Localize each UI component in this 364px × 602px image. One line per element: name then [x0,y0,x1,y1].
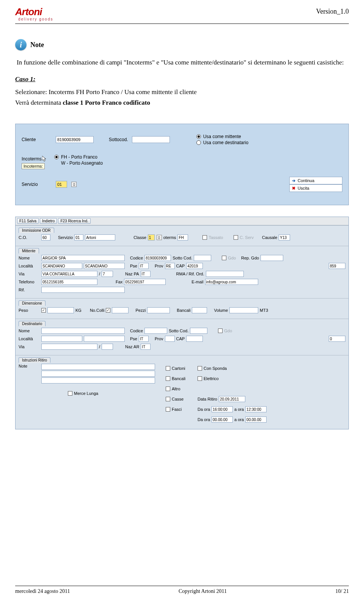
servizio-desc: Artoni [85,234,115,240]
dim-bancali-input[interactable] [192,307,207,313]
mit-nazpa-input[interactable]: IT [141,271,151,277]
toolbar-back-button[interactable]: Indietro [40,218,57,224]
dest-prov-input[interactable] [165,336,175,342]
mit-pse-input[interactable]: IT [139,263,149,269]
daora2-input[interactable]: 00.00.00 [212,417,233,423]
causale-input[interactable]: Y13 [279,234,290,240]
dest-gdo-checkbox[interactable] [218,329,223,333]
mit-gdo-checkbox[interactable] [222,256,226,260]
mit-tel-input[interactable]: 0512156185 [41,279,97,285]
casse-checkbox[interactable] [166,397,170,401]
mit-extra-input[interactable]: 859 [329,263,345,269]
dest-pse-label: Pse [130,336,137,341]
elettrico-label: Elettrico [204,376,219,381]
dim-colli-input[interactable] [112,307,129,313]
cliente-input[interactable]: 8190003909 [56,136,94,143]
dest-sotto-input[interactable] [190,328,207,334]
footer-divider [15,586,349,586]
co-input[interactable]: 60 [41,234,50,240]
servizio-form-input[interactable]: 01 [74,234,83,240]
aora1-input[interactable]: 12:30:00 [245,406,267,412]
istr-note-input-2[interactable] [41,371,155,377]
aora2-input[interactable]: 00.00.00 [245,417,267,423]
mit-rma-input[interactable] [206,271,244,277]
case1-line1: Selezionare: Incoterms FH Porto Franco /… [15,87,349,98]
incoterms-w-label: W - Porto Assegnato [61,160,103,166]
cartoni-checkbox[interactable] [166,366,170,371]
dest-codice-input[interactable] [144,328,167,334]
toolbar-search-button[interactable]: F23 Ricerca Ind. [58,218,90,224]
footer-copyright: Copyright Artoni 2011 [179,588,227,594]
dim-pezzi-input[interactable] [147,307,170,313]
dest-nome-input[interactable] [41,328,125,334]
tassato-checkbox[interactable] [202,235,207,240]
altro-checkbox[interactable] [166,387,170,391]
dest-via-input[interactable] [41,344,97,350]
mit-via-n-input[interactable]: 7 [102,271,113,277]
bancali-checkbox[interactable] [166,376,170,381]
usa-destinatario-radio[interactable] [196,140,201,145]
mit-email-input[interactable]: info@agroup.com [205,279,258,285]
mit-via-input[interactable]: VIA CONTARELLA [41,271,97,277]
data-ritiro-input[interactable]: 20.09.2011 [219,396,245,402]
mit-codice-input[interactable]: 8190003909 [144,255,171,261]
mit-loc2-input[interactable]: SCANDIANO [84,263,125,269]
toolbar-save-button[interactable]: F11 Salva [17,218,39,224]
consponda-label: Con Sponda [204,366,227,371]
consponda-checkbox[interactable] [198,366,202,371]
usa-mittente-radio[interactable] [196,134,201,139]
aora1-label: a ora [234,407,244,412]
oterms-input[interactable]: FH [177,234,188,240]
svg-marker-0 [42,156,46,161]
sottocod-input[interactable] [132,136,170,143]
daora1-input[interactable]: 16:00:00 [212,406,233,412]
fasci-checkbox[interactable] [166,407,170,412]
mit-loc1-input[interactable]: SCANDIANO [41,263,82,269]
mit-nome-input[interactable]: ARGIOR SPA [41,255,125,261]
servizio-helper-icon[interactable]: ▯ [71,182,77,187]
istr-note-input-3[interactable] [41,377,155,384]
version-label: Version_1.0 [316,8,349,16]
dest-nazar-input[interactable]: IT [141,344,151,350]
uscita-button[interactable]: ✖ Uscita [289,184,342,192]
incoterms-tooltip: Incoterms: [22,163,45,169]
tassato-label: Tassato [209,235,223,240]
bancali-label: Bancali [172,376,191,381]
mit-prov-input[interactable]: RE [165,263,175,269]
dim-kg-label: KG [75,308,82,313]
mit-pse-label: Pse [130,264,137,268]
mit-repgdo-label: Rep. Gdo [241,256,259,260]
elettrico-checkbox[interactable] [198,376,202,381]
dest-nome-label: Nome [19,329,40,333]
dest-zero-input[interactable]: 0 [329,336,345,342]
dest-loc2-input[interactable] [84,336,125,342]
note-heading: Note [30,41,44,49]
mit-sotto-input[interactable] [194,255,211,261]
classe-helper-icon[interactable]: ▯ [157,235,162,240]
footer-page: 10/ 21 [336,588,349,594]
dim-peso-input[interactable] [47,307,74,313]
continua-button[interactable]: ➔ Continua [289,177,342,184]
dest-sotto-label: Sotto Cod. [169,329,188,333]
servizio-input[interactable]: 01 [56,181,67,188]
dim-colli-check[interactable]: ✓ [106,308,110,313]
dest-loc1-input[interactable] [41,336,82,342]
dest-cap-input[interactable] [186,336,203,342]
dim-mt3-label: MT3 [260,308,268,313]
incoterms-fh-radio[interactable] [54,155,59,159]
classe-input[interactable]: 1 [148,234,155,240]
dest-via-n-input[interactable] [102,344,113,350]
dim-peso-check[interactable]: ✓ [41,308,46,313]
mit-cap-input[interactable]: 42019 [186,263,203,269]
mit-fax-input[interactable]: 052298197 [124,279,166,285]
mit-rif-input[interactable] [41,287,125,293]
dim-volume-input[interactable] [229,307,258,313]
section-dest-tab: Destinatario [19,321,46,326]
dim-pezzi-label: Pezzi [135,308,146,313]
dest-pse-input[interactable]: IT [139,336,149,342]
mit-repgdo-input[interactable] [260,255,283,261]
note-body: In funzione delle combinazione di campi … [17,57,349,68]
cserv-checkbox[interactable] [234,235,238,240]
istr-note-input-1[interactable] [41,364,155,370]
merce-lunga-checkbox[interactable] [68,391,72,396]
